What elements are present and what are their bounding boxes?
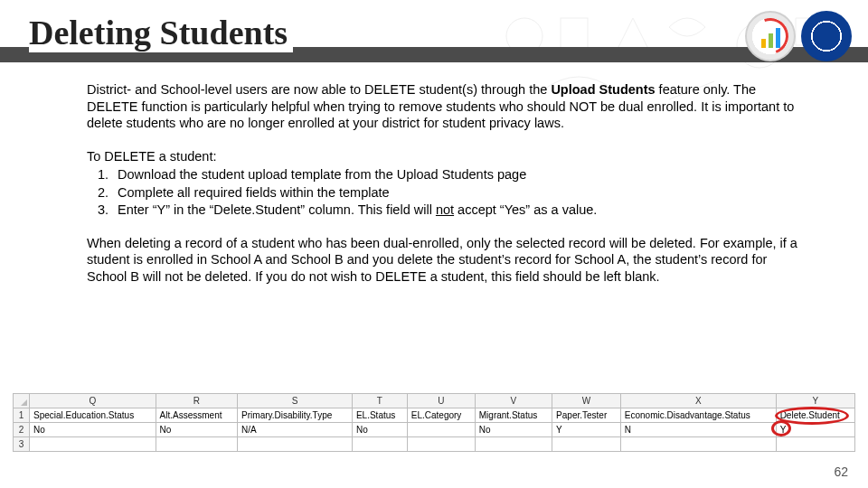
header-underline <box>0 60 868 62</box>
page-title: Deleting Students <box>29 13 293 52</box>
col-letter: T <box>352 394 407 408</box>
empty-row: 3 <box>14 437 855 452</box>
col-letter: U <box>407 394 475 408</box>
data-cell <box>407 423 475 437</box>
steps-intro: To DELETE a student: <box>87 148 810 165</box>
data-cell: N <box>620 423 776 437</box>
sheet-corner <box>14 394 30 408</box>
col-letter: Q <box>30 394 156 408</box>
idaho-dept-education-seal <box>801 11 852 61</box>
field-name-cell: Primary.Disability.Type <box>238 408 353 423</box>
data-cell: Y <box>552 423 621 437</box>
field-name-cell: EL.Status <box>352 408 407 423</box>
note-paragraph: When deleting a record of a student who … <box>87 235 810 286</box>
row-number: 3 <box>14 437 30 452</box>
step-item: Complete all required fields within the … <box>112 184 810 202</box>
col-letter: R <box>156 394 238 408</box>
data-cell: No <box>156 423 238 437</box>
data-cell-delete-value: Y <box>776 423 854 437</box>
logo-group <box>745 11 852 61</box>
col-letter: W <box>552 394 621 408</box>
step-item: Enter “Y” in the “Delete.Student” column… <box>112 202 810 219</box>
step-item: Download the student upload template fro… <box>112 166 810 183</box>
intro-paragraph: District- and School-level users are now… <box>87 81 810 132</box>
row-number: 2 <box>14 423 30 437</box>
field-name-cell: EL.Category <box>407 408 475 423</box>
data-cell: N/A <box>238 423 353 437</box>
field-name-cell: Paper.Tester <box>552 408 621 423</box>
field-name-cell: Alt.Assessment <box>156 408 238 423</box>
col-letter: S <box>238 394 353 408</box>
data-row: 2 No No N/A No No Y N Y <box>14 423 855 437</box>
field-name-cell: Economic.Disadvantage.Status <box>620 408 776 423</box>
data-cell: No <box>475 423 552 437</box>
assessment-program-logo <box>745 11 796 61</box>
col-letter: X <box>620 394 776 408</box>
body-content: District- and School-level users are now… <box>87 81 810 301</box>
page-number: 62 <box>834 465 848 479</box>
col-letter: Y <box>776 394 854 408</box>
steps-list: Download the student upload template fro… <box>112 166 810 219</box>
data-cell: No <box>352 423 407 437</box>
field-name-cell: Migrant.Status <box>475 408 552 423</box>
spreadsheet-example: Q R S T U V W X Y 1 Special.Education.St… <box>13 393 855 452</box>
field-name-row: 1 Special.Education.Status Alt.Assessmen… <box>14 408 855 423</box>
column-letter-row: Q R S T U V W X Y <box>14 394 855 408</box>
field-name-cell: Special.Education.Status <box>30 408 156 423</box>
field-name-cell-delete: Delete.Student <box>776 408 854 423</box>
col-letter: V <box>475 394 552 408</box>
row-number: 1 <box>14 408 30 423</box>
data-cell: No <box>30 423 156 437</box>
